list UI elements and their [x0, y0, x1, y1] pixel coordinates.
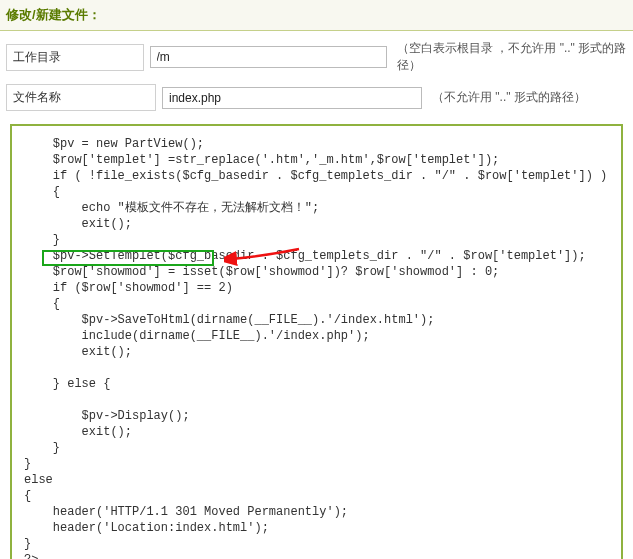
code-editor-panel[interactable]: $pv = new PartView(); $row['templet'] =s…	[10, 124, 623, 559]
workdir-label: 工作目录	[6, 44, 144, 71]
code-content[interactable]: $pv = new PartView(); $row['templet'] =s…	[24, 136, 609, 559]
panel-title: 修改/新建文件：	[0, 0, 633, 31]
filename-label: 文件名称	[6, 84, 156, 111]
filename-hint: （不允许用 ".." 形式的路径）	[432, 89, 586, 106]
row-workdir: 工作目录 （空白表示根目录 ，不允许用 ".." 形式的路径）	[0, 35, 633, 79]
form-area: 工作目录 （空白表示根目录 ，不允许用 ".." 形式的路径） 文件名称 （不允…	[0, 31, 633, 116]
workdir-input[interactable]	[150, 46, 387, 68]
row-filename: 文件名称 （不允许用 ".." 形式的路径）	[0, 79, 633, 116]
workdir-hint: （空白表示根目录 ，不允许用 ".." 形式的路径）	[397, 40, 627, 74]
filename-input[interactable]	[162, 87, 422, 109]
